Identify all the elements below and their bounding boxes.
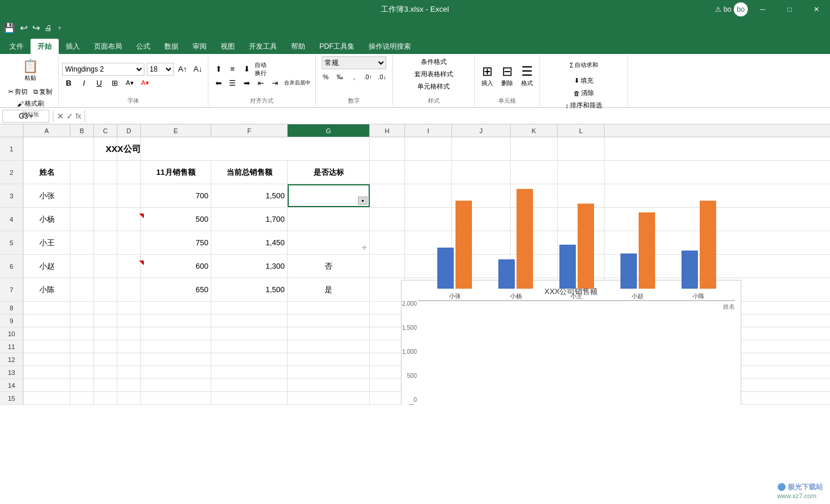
tab-page-layout[interactable]: 页面布局 [87,39,129,54]
cell-K1[interactable] [511,137,558,160]
indent-increase-button[interactable]: ⇥ [268,77,281,90]
cell-A5[interactable]: 小王 [23,231,70,254]
font-increase-button[interactable]: A↑ [176,63,189,76]
row-num-7[interactable]: 7 [0,278,23,301]
row-num-13[interactable]: 13 [0,366,23,378]
tab-formulas[interactable]: 公式 [129,39,157,54]
cell-G14[interactable] [288,379,370,392]
align-center-button[interactable]: ☰ [226,77,239,90]
cut-button[interactable]: ✂ 剪切 [6,86,30,97]
decimal-decrease-button[interactable]: .0↓ [376,70,389,83]
cell-F7[interactable]: 1,500 [211,278,288,301]
percent-button[interactable]: ‰ [333,70,346,83]
cell-D5[interactable] [117,231,141,254]
cell-F12[interactable] [211,353,288,366]
font-name-select[interactable]: Wingdings 2 [62,63,144,76]
underline-button[interactable]: U [93,77,106,90]
col-header-G[interactable]: G [288,124,370,137]
cell-B8[interactable] [70,302,94,314]
cell-F15[interactable] [211,392,288,405]
row-num-11[interactable]: 11 [0,340,23,353]
wrap-text-button[interactable]: 自动换行 [254,63,267,76]
cell-B1[interactable] [70,137,94,160]
col-header-I[interactable]: I [405,124,452,137]
maximize-button[interactable]: □ [776,0,803,19]
col-header-C[interactable]: C [94,124,117,137]
cell-C7[interactable] [94,278,117,301]
cell-A9[interactable] [23,314,70,327]
tab-view[interactable]: 视图 [214,39,242,54]
fill-color-button[interactable]: A▾ [123,77,136,90]
cell-reference-box[interactable]: G3 ▾ [2,110,49,123]
cell-A13[interactable] [23,366,70,379]
cell-B14[interactable] [70,379,94,392]
cell-E15[interactable] [141,392,211,405]
align-middle-button[interactable]: ≡ [226,63,239,76]
cell-B7[interactable] [70,278,94,301]
border-button[interactable]: ⊞ [108,77,121,90]
cell-D2[interactable] [117,161,141,184]
cell-E12[interactable] [141,353,211,366]
cell-E14[interactable] [141,379,211,392]
cell-C13[interactable] [94,366,117,379]
cell-F3[interactable]: 1,500 [211,184,288,207]
cell-C14[interactable] [94,379,117,392]
cell-C10[interactable] [94,327,117,340]
cell-C5[interactable] [94,231,117,254]
fill-button[interactable]: ⬇ 填充 [572,75,596,86]
col-header-L[interactable]: L [558,124,605,137]
cell-F14[interactable] [211,379,288,392]
cell-E5[interactable]: 750 [141,231,211,254]
print-preview-button[interactable]: 🖨 [43,22,53,33]
cell-E11[interactable] [141,340,211,353]
cell-D3[interactable] [117,184,141,207]
merge-center-button[interactable]: 合并后居中 [282,77,312,90]
cell-A10[interactable] [23,327,70,340]
align-right-button[interactable]: ➡ [240,77,253,90]
cell-D10[interactable] [117,327,141,340]
tab-help[interactable]: 帮助 [284,39,312,54]
cell-E13[interactable] [141,366,211,379]
align-left-button[interactable]: ⬅ [212,77,225,90]
align-bottom-button[interactable]: ⬇ [240,63,253,76]
tab-developer[interactable]: 开发工具 [242,39,284,54]
cell-G13[interactable] [288,366,370,379]
cell-H3[interactable] [370,184,405,207]
redo-button[interactable]: ↪ [31,21,41,35]
save-button[interactable]: 💾 [2,21,16,35]
cell-B4[interactable] [70,208,94,231]
cell-E2[interactable]: 11月销售额 [141,161,211,184]
cell-F9[interactable] [211,314,288,327]
tab-review[interactable]: 审阅 [185,39,214,54]
cell-F8[interactable] [211,302,288,314]
font-size-select[interactable]: 18 [147,63,174,76]
cell-B11[interactable] [70,340,94,353]
cell-D1[interactable] [117,137,141,160]
cell-C3[interactable] [94,184,117,207]
cell-E1[interactable] [141,137,211,160]
row-num-1[interactable]: 1 [0,137,23,160]
col-header-H[interactable]: H [370,124,405,137]
align-top-button[interactable]: ⬆ [212,63,225,76]
col-header-A[interactable]: A [23,124,70,137]
cell-D15[interactable] [117,392,141,405]
font-color-button[interactable]: A▾ [139,77,151,90]
cell-G12[interactable] [288,353,370,366]
row-num-9[interactable]: 9 [0,314,23,327]
cell-G15[interactable] [288,392,370,405]
cell-F6[interactable]: 1,300 [211,255,288,278]
row-num-8[interactable]: 8 [0,302,23,314]
cell-G1[interactable] [288,137,370,160]
col-header-B[interactable]: B [70,124,94,137]
font-decrease-button[interactable]: A↓ [191,63,204,76]
cell-A12[interactable] [23,353,70,366]
cell-G5[interactable]: ✛ [288,231,370,254]
cell-style-button[interactable]: 单元格样式 [415,81,452,92]
tab-pdf[interactable]: PDF工具集 [312,39,362,54]
cell-A15[interactable] [23,392,70,405]
cell-F2[interactable]: 当前总销售额 [211,161,288,184]
tab-data[interactable]: 数据 [157,39,185,54]
cell-A1[interactable] [23,137,70,160]
cell-C15[interactable] [94,392,117,405]
close-button[interactable]: ✕ [803,0,830,19]
